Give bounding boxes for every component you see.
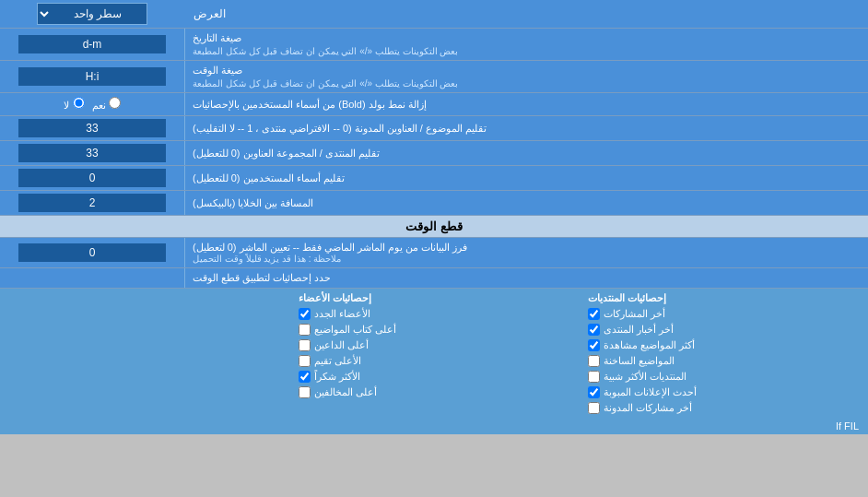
cut-time-label: فرز البيانات من يوم الماشر الماضي فقط --… [193, 242, 467, 254]
checkboxes-section: إحصائيات المنتديات أخر المشاركات أخر أخب… [0, 289, 868, 418]
bold-yes-text: نعم [92, 100, 106, 111]
chk-forum-news[interactable] [588, 324, 600, 336]
chk-shares-label: أخر المشاركات [604, 308, 665, 320]
chk-most-views-label: أكثر المواضيع مشاهدة [604, 339, 695, 351]
cut-time-input[interactable] [18, 243, 166, 262]
username-trim-input[interactable] [18, 169, 166, 187]
date-format-sublabel: بعض التكوينات يتطلب «/» التي يمكن ان تضا… [193, 46, 458, 56]
header-row: العرض سطر واحدسطرينثلاثة أسطر [0, 0, 868, 29]
header-label-text: العرض [194, 7, 226, 20]
topic-titles-row: تقليم الموضوع / العناوين المدونة (0 -- ا… [0, 116, 868, 141]
chk-similar-forums-item: المنتديات الأكثر شبية [588, 371, 686, 383]
chk-latest-ads-label: أحدث الإعلانات المبوبة [604, 386, 697, 398]
bold-no-label: لا [64, 97, 84, 112]
bold-yes-radio[interactable] [109, 97, 121, 109]
chk-new-members-label: الأعضاء الجدد [314, 308, 370, 320]
chk-old-topics[interactable] [588, 355, 600, 367]
time-format-row: صيغة الوقت بعض التكوينات يتطلب «/» التي … [0, 61, 868, 93]
cut-time-row: فرز البيانات من يوم الماشر الماضي فقط --… [0, 238, 868, 268]
chk-new-members-item: الأعضاء الجدد [299, 308, 370, 320]
username-trim-label-cell: تقليم أسماء المستخدمين (0 للتعطيل) [184, 166, 868, 190]
cell-spacing-input-cell [0, 191, 184, 215]
chk-latest-ads[interactable] [588, 386, 600, 398]
col1-title: إحصائيات المنتديات [588, 292, 666, 304]
if-fil-text: If FIL [836, 420, 859, 432]
forum-titles-input[interactable] [18, 144, 166, 162]
cut-time-note: ملاحظة : هذا قد يزيد قليلاً وقت التحميل [193, 254, 341, 264]
chk-latest-mentions[interactable] [588, 402, 600, 414]
forum-stats-col: إحصائيات المنتديات أخر المشاركات أخر أخب… [579, 289, 868, 418]
date-format-input-cell [0, 29, 184, 60]
time-format-input-cell [0, 61, 184, 92]
topic-titles-input-cell [0, 116, 184, 140]
chk-top-posters2[interactable] [299, 339, 311, 351]
col2-title: إحصائيات الأعضاء [299, 292, 371, 304]
chk-forum-news-item: أخر أخبار المنتدى [588, 324, 674, 336]
cut-time-header: قطع الوقت [0, 216, 868, 238]
cell-spacing-label-cell: المسافة بين الخلايا (بالبيكسل) [184, 191, 868, 215]
topic-titles-label: تقليم الموضوع / العناوين المدونة (0 -- ا… [193, 123, 487, 135]
topic-titles-input[interactable] [18, 119, 166, 137]
chk-top-rated-label: الأعلى تقيم [314, 355, 361, 367]
chk-most-thanks-label: الأكثر شكراً [314, 371, 360, 383]
chk-top-referrers[interactable] [299, 386, 311, 398]
chk-top-rated-item: الأعلى تقيم [299, 355, 361, 367]
stats-limit-input-cell [0, 268, 184, 288]
bold-yes-label: نعم [92, 97, 121, 112]
forum-titles-label: تقليم المنتدى / المجموعة العناوين (0 للت… [193, 148, 380, 160]
member-stats-col: إحصائيات الأعضاء الأعضاء الجدد أعلى كتاب… [289, 289, 579, 418]
stats-limit-label-cell: حدد إحصائيات لتطبيق قطع الوقت [184, 268, 868, 288]
bold-no-radio[interactable] [73, 97, 85, 109]
date-format-label-cell: صيغة التاريخ بعض التكوينات يتطلب «/» الت… [184, 29, 868, 60]
date-format-label: صيغة التاريخ [193, 32, 241, 44]
chk-top-referrers-item: أعلى المخالفين [299, 386, 377, 398]
bold-remove-label: إزالة نمط بولد (Bold) من أسماء المستخدمي… [193, 99, 427, 111]
chk-similar-forums-label: المنتديات الأكثر شبية [604, 371, 686, 383]
chk-top-referrers-label: أعلى المخالفين [314, 386, 377, 398]
empty-col [0, 289, 289, 418]
chk-new-members[interactable] [299, 308, 311, 320]
time-format-label: صيغة الوقت [193, 65, 242, 77]
chk-top-posters-label: أعلى كتاب المواضيع [314, 324, 396, 336]
chk-forum-news-label: أخر أخبار المنتدى [604, 324, 674, 336]
time-format-input[interactable] [18, 67, 166, 86]
stats-limit-row: حدد إحصائيات لتطبيق قطع الوقت [0, 268, 868, 289]
date-format-input[interactable] [18, 35, 166, 53]
bold-no-text: لا [64, 100, 69, 111]
cut-time-label-cell: فرز البيانات من يوم الماشر الماضي فقط --… [184, 238, 868, 267]
cell-spacing-input[interactable] [18, 194, 166, 212]
time-format-sublabel: بعض التكوينات يتطلب «/» التي يمكن ان تضا… [193, 78, 458, 89]
view-select[interactable]: سطر واحدسطرينثلاثة أسطر [37, 3, 147, 25]
chk-old-topics-item: المواضيع الساخنة [588, 355, 674, 367]
cell-spacing-label: المسافة بين الخلايا (بالبيكسل) [193, 197, 314, 209]
chk-most-thanks[interactable] [299, 371, 311, 383]
username-trim-input-cell [0, 166, 184, 190]
chk-shares-item: أخر المشاركات [588, 308, 665, 320]
cut-time-input-cell [0, 238, 184, 267]
if-fil-row: If FIL [0, 418, 868, 434]
chk-shares[interactable] [588, 308, 600, 320]
forum-titles-input-cell [0, 141, 184, 165]
chk-similar-forums[interactable] [588, 371, 600, 383]
chk-latest-ads-item: أحدث الإعلانات المبوبة [588, 386, 697, 398]
chk-top-rated[interactable] [299, 355, 311, 367]
chk-most-views[interactable] [588, 339, 600, 351]
topic-titles-label-cell: تقليم الموضوع / العناوين المدونة (0 -- ا… [184, 116, 868, 140]
chk-most-thanks-item: الأكثر شكراً [299, 371, 360, 383]
chk-latest-mentions-item: أخر مشاركات المدونة [588, 402, 692, 414]
chk-top-posters2-label: أعلى الداعين [314, 339, 369, 351]
chk-top-posters[interactable] [299, 324, 311, 336]
forum-titles-label-cell: تقليم المنتدى / المجموعة العناوين (0 للت… [184, 141, 868, 165]
date-format-row: صيغة التاريخ بعض التكوينات يتطلب «/» الت… [0, 29, 868, 61]
username-trim-label: تقليم أسماء المستخدمين (0 للتعطيل) [193, 172, 345, 184]
username-trim-row: تقليم أسماء المستخدمين (0 للتعطيل) [0, 166, 868, 191]
bold-remove-radio-cell: نعم لا [0, 93, 184, 115]
header-input-cell: سطر واحدسطرينثلاثة أسطر [0, 0, 184, 28]
chk-top-posters-item: أعلى كتاب المواضيع [299, 324, 396, 336]
cell-spacing-row: المسافة بين الخلايا (بالبيكسل) [0, 191, 868, 216]
forum-titles-row: تقليم المنتدى / المجموعة العناوين (0 للت… [0, 141, 868, 166]
chk-most-views-item: أكثر المواضيع مشاهدة [588, 339, 695, 351]
bold-remove-row: إزالة نمط بولد (Bold) من أسماء المستخدمي… [0, 93, 868, 116]
bold-remove-label-cell: إزالة نمط بولد (Bold) من أسماء المستخدمي… [184, 93, 868, 115]
time-format-label-cell: صيغة الوقت بعض التكوينات يتطلب «/» التي … [184, 61, 868, 92]
